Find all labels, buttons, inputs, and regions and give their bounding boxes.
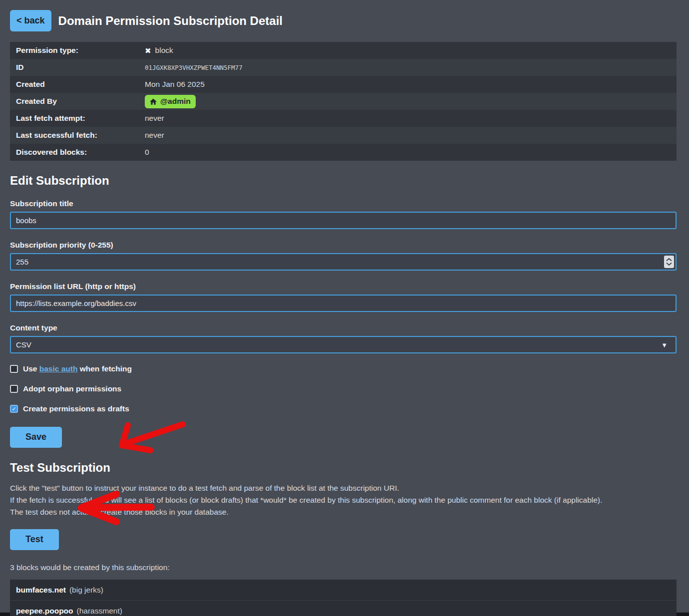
content-type-selected-value: CSV bbox=[16, 340, 31, 349]
last-successful-fetch-value: never bbox=[145, 131, 671, 140]
check-icon: ✓ bbox=[11, 406, 16, 412]
content-type-label: Content type bbox=[10, 323, 677, 332]
create-drafts-checkbox[interactable]: ✓ bbox=[10, 405, 18, 413]
select-caret-icon: ▼ bbox=[661, 341, 668, 348]
block-comment: (harassment) bbox=[77, 607, 122, 615]
checkbox-row-create-drafts[interactable]: ✓ Create permissions as drafts bbox=[10, 404, 129, 413]
checkbox-row-adopt-orphans[interactable]: ✓ Adopt orphan permissions bbox=[10, 384, 121, 393]
row-label: Created bbox=[16, 80, 145, 89]
created-by-username: @admin bbox=[160, 97, 191, 106]
row-value: ✖ block bbox=[145, 46, 671, 55]
row-label: Discovered blocks: bbox=[16, 148, 145, 157]
discovered-blocks-value: 0 bbox=[145, 148, 671, 157]
test-description-line: If the fetch is successful, you will see… bbox=[10, 494, 677, 506]
home-icon bbox=[150, 98, 157, 105]
row-label: ID bbox=[16, 63, 145, 72]
table-row-id: ID 01JGXK8XP3VHXZPWET4NN5FM77 bbox=[10, 59, 677, 76]
table-row-created: Created Mon Jan 06 2025 bbox=[10, 76, 677, 93]
subscription-priority-label: Subscription priority (0-255) bbox=[10, 241, 677, 250]
permission-list-url-input[interactable] bbox=[10, 295, 677, 312]
created-date-value: Mon Jan 06 2025 bbox=[145, 80, 671, 89]
test-description: Click the "test" button to instruct your… bbox=[10, 482, 677, 518]
created-by-badge[interactable]: @admin bbox=[145, 95, 196, 108]
table-row-permission-type: Permission type: ✖ block bbox=[10, 42, 677, 59]
row-value: @admin bbox=[145, 95, 671, 108]
row-label: Last fetch attempt: bbox=[16, 114, 145, 123]
test-result-summary: 3 blocks would be created by this subscr… bbox=[10, 563, 677, 572]
page-title: Domain Permission Subscription Detail bbox=[58, 14, 283, 28]
row-label: Created By bbox=[16, 97, 145, 106]
edit-subscription-heading: Edit Subscription bbox=[10, 174, 677, 188]
test-description-line: The test does not actually create those … bbox=[10, 506, 677, 518]
adopt-orphans-checkbox[interactable]: ✓ bbox=[10, 385, 18, 393]
field-content-type: Content type CSV ▼ bbox=[10, 323, 677, 353]
table-row-last-fetch: Last fetch attempt: never bbox=[10, 110, 677, 127]
table-row-created-by: Created By @admin bbox=[10, 93, 677, 110]
test-description-line: Click the "test" button to instruct your… bbox=[10, 482, 677, 494]
content-type-select[interactable]: CSV ▼ bbox=[10, 336, 677, 353]
page-header: < back Domain Permission Subscription De… bbox=[10, 10, 677, 31]
permission-type-value: block bbox=[155, 46, 173, 55]
test-result-block-list: bumfaces.net(big jerks) peepee.poopoo(ha… bbox=[10, 580, 677, 616]
block-domain: peepee.poopoo bbox=[16, 607, 73, 615]
field-permission-list-url: Permission list URL (http or https) bbox=[10, 282, 677, 312]
block-list-item: peepee.poopoo(harassment) bbox=[10, 601, 677, 616]
checkbox-row-basic-auth[interactable]: ✓ Use basic auth when fetching bbox=[10, 364, 132, 373]
x-mark-icon: ✖ bbox=[145, 47, 151, 54]
block-domain: bumfaces.net bbox=[16, 586, 66, 594]
subscription-title-input[interactable] bbox=[10, 212, 677, 229]
chevron-up-icon bbox=[666, 258, 672, 261]
number-stepper[interactable] bbox=[664, 256, 674, 268]
save-button[interactable]: Save bbox=[10, 427, 62, 448]
row-label: Permission type: bbox=[16, 46, 145, 55]
test-button[interactable]: Test bbox=[10, 529, 59, 550]
chevron-down-icon bbox=[666, 263, 672, 266]
block-list-item: bumfaces.net(big jerks) bbox=[10, 580, 677, 601]
table-row-last-successful-fetch: Last successful fetch: never bbox=[10, 127, 677, 144]
test-subscription-heading: Test Subscription bbox=[10, 461, 677, 475]
page-content: < back Domain Permission Subscription De… bbox=[0, 0, 689, 616]
field-subscription-title: Subscription title bbox=[10, 199, 677, 229]
subscription-priority-input[interactable] bbox=[10, 253, 677, 271]
subscription-details-table: Permission type: ✖ block ID 01JGXK8XP3VH… bbox=[10, 42, 677, 161]
subscription-id-value: 01JGXK8XP3VHXZPWET4NN5FM77 bbox=[145, 64, 671, 71]
permission-list-url-label: Permission list URL (http or https) bbox=[10, 282, 677, 291]
basic-auth-checkbox-label: Use basic auth when fetching bbox=[23, 364, 132, 373]
back-button[interactable]: < back bbox=[10, 10, 51, 31]
subscription-title-label: Subscription title bbox=[10, 199, 677, 208]
last-fetch-value: never bbox=[145, 114, 671, 123]
block-comment: (big jerks) bbox=[69, 586, 103, 594]
adopt-orphans-checkbox-label: Adopt orphan permissions bbox=[23, 384, 121, 393]
table-row-discovered-blocks: Discovered blocks: 0 bbox=[10, 144, 677, 161]
basic-auth-checkbox[interactable]: ✓ bbox=[10, 365, 18, 373]
field-subscription-priority: Subscription priority (0-255) bbox=[10, 241, 677, 271]
row-label: Last successful fetch: bbox=[16, 131, 145, 140]
create-drafts-checkbox-label: Create permissions as drafts bbox=[23, 404, 129, 413]
basic-auth-link[interactable]: basic auth bbox=[39, 364, 78, 373]
